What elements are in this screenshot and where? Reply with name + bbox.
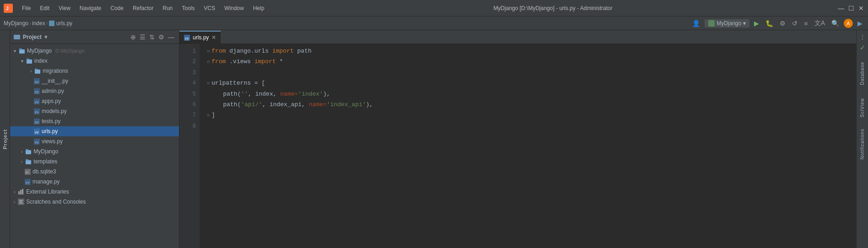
menu-refactor[interactable]: Refactor [129, 3, 157, 13]
tree-item-label: urls.py [42, 128, 58, 135]
app-title: MyDjango [D:\MyDjango] - urls.py - Admin… [494, 5, 613, 11]
menu-run[interactable]: Run [159, 3, 176, 13]
code-content[interactable]: ⊖ from django.urls import path ⊖ from .v… [200, 44, 856, 248]
svg-text:py: py [35, 130, 38, 134]
tree-item-admin[interactable]: py admin.py [10, 86, 179, 96]
update-button[interactable]: ▶ [856, 19, 864, 28]
expand-chevron-icon: › [30, 69, 32, 74]
tree-item-urls[interactable]: py urls.py [10, 126, 179, 136]
menu-view[interactable]: View [55, 3, 74, 13]
titlebar-right: — ☐ ✕ [838, 5, 864, 11]
debug-button[interactable]: 🐛 [764, 19, 775, 28]
tree-item-mydjango-root[interactable]: ▾ MyDjango D:\MyDjango [10, 46, 179, 56]
tree-item-migrations[interactable]: › migrations [10, 66, 179, 76]
run-config-icon [708, 20, 715, 27]
expand-chevron-icon: › [14, 189, 15, 194]
menu-help[interactable]: Help [250, 3, 268, 13]
notifications-panel-button[interactable]: Notifications [860, 124, 865, 165]
avatar-button[interactable]: A [844, 19, 853, 28]
code-editor[interactable]: 1 2 3 4 5 6 7 8 ⊖ from django.urls impor… [179, 44, 856, 248]
python-file-icon: py [25, 179, 31, 185]
svg-rect-33 [18, 191, 20, 194]
tree-item-init[interactable]: py __init__.py [10, 76, 179, 86]
svg-text:py: py [185, 36, 189, 40]
tab-urls[interactable]: py urls.py ✕ [179, 31, 221, 43]
tree-item-index[interactable]: ▾ index [10, 56, 179, 66]
code-line-6: path( 'api/' , index_api, name= 'index_a… [205, 99, 856, 110]
tree-item-mydjango-sub[interactable]: › MyDjango [10, 146, 179, 156]
coverage-button[interactable]: ⚙ [778, 19, 787, 28]
svg-rect-3 [708, 20, 715, 27]
tree-item-label: views.py [42, 138, 63, 145]
svg-rect-6 [19, 49, 22, 50]
reload-button[interactable]: ↺ [790, 19, 799, 28]
database-panel-button[interactable]: Database [860, 55, 865, 92]
close-panel-button[interactable]: — [167, 32, 175, 42]
close-button[interactable]: ✕ [858, 5, 864, 11]
maximize-button[interactable]: ☐ [848, 5, 854, 11]
svg-rect-26 [26, 149, 28, 151]
breadcrumb-index[interactable]: index [32, 20, 45, 27]
panel-header: Project ▾ ⊕ ☰ ⇅ ⚙ — [10, 30, 179, 44]
svg-text:J: J [6, 6, 9, 11]
fold-icon[interactable]: ⊖ [207, 112, 210, 120]
folder-icon-header [14, 34, 20, 40]
stop-button[interactable]: ■ [802, 19, 809, 28]
tree-item-manage[interactable]: py manage.py [10, 177, 179, 187]
tree-item-db[interactable]: db db.sqlite3 [10, 167, 179, 177]
run-config-dropdown[interactable]: MyDjango ▾ [705, 19, 749, 27]
menu-vcs[interactable]: VCS [200, 3, 219, 13]
settings-button[interactable]: ⚙ [157, 32, 165, 42]
folder-icon [26, 58, 33, 64]
search-button[interactable]: 🔍 [830, 19, 841, 28]
sciview-panel-button[interactable]: SciView [860, 92, 865, 124]
panel-title: Project ▾ [14, 34, 47, 40]
python-file-icon: py [34, 108, 40, 114]
tree-item-label: __init__.py [42, 78, 68, 84]
tree-item-apps[interactable]: py apps.py [10, 96, 179, 106]
fold-icon[interactable]: ⊖ [207, 80, 210, 88]
tree-item-label: MyDjango [27, 48, 52, 54]
translate-button[interactable]: 文A [813, 18, 827, 28]
python-file-icon: py [34, 88, 40, 94]
more-options-button[interactable]: ⋮ [860, 34, 865, 40]
tree-item-scratches[interactable]: › Scratches and Consoles [10, 197, 179, 207]
fold-icon[interactable]: ⊖ [207, 48, 210, 56]
tree-item-label: Scratches and Consoles [26, 199, 86, 205]
project-label[interactable]: Project [2, 129, 8, 149]
new-file-button[interactable]: ⊕ [130, 32, 137, 42]
file-tree-panel: Project ▾ ⊕ ☰ ⇅ ⚙ — ▾ MyDjango D:\MyDjan… [10, 30, 179, 248]
minimize-button[interactable]: — [838, 5, 844, 11]
svg-text:py: py [35, 120, 38, 124]
tree-item-tests[interactable]: py tests.py [10, 116, 179, 126]
menu-bar: File Edit View Navigate Code Refactor Ru… [18, 3, 268, 13]
breadcrumb-urls[interactable]: urls.py [49, 20, 72, 27]
tab-close-button[interactable]: ✕ [212, 34, 216, 41]
tree-item-views[interactable]: py views.py [10, 136, 179, 146]
tree-item-models[interactable]: py models.py [10, 106, 179, 116]
dropdown-arrow-icon[interactable]: ▾ [44, 34, 47, 40]
project-sidebar-label: Project [0, 30, 10, 248]
account-button[interactable]: 👤 [690, 19, 702, 28]
svg-rect-25 [26, 150, 31, 154]
file-tree: ▾ MyDjango D:\MyDjango ▾ index › migrati… [10, 44, 179, 248]
svg-text:py: py [26, 180, 29, 184]
code-line-5: path( '' , index, name= 'index' ), [205, 89, 856, 99]
menu-edit[interactable]: Edit [36, 3, 53, 13]
menu-navigate[interactable]: Navigate [76, 3, 105, 13]
menu-tools[interactable]: Tools [178, 3, 198, 13]
run-button[interactable]: ▶ [752, 19, 761, 28]
sort-button[interactable]: ⇅ [148, 32, 156, 42]
svg-rect-9 [35, 70, 40, 74]
fold-icon[interactable]: ⊖ [207, 58, 210, 66]
menu-file[interactable]: File [18, 3, 34, 13]
breadcrumb-mydjango[interactable]: MyDjango [4, 20, 28, 27]
menu-window[interactable]: Window [221, 3, 248, 13]
status-check-icon[interactable]: ✓ [860, 44, 865, 51]
tree-item-external-libs[interactable]: › External Libraries [10, 187, 179, 197]
menu-code[interactable]: Code [107, 3, 127, 13]
tree-item-label: External Libraries [26, 189, 69, 195]
collapse-all-button[interactable]: ☰ [139, 32, 146, 42]
folder-icon [34, 68, 41, 74]
tree-item-templates[interactable]: › templates [10, 156, 179, 167]
